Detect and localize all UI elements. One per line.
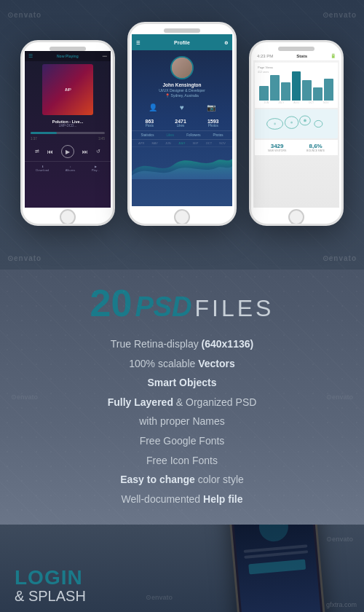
stat-month-5: NOV	[323, 101, 329, 104]
profile-icon-user[interactable]: 👤	[149, 103, 157, 111]
profile-location: 📍 Sydney, Australia	[132, 93, 232, 98]
stat-month-4: OCT	[309, 101, 314, 104]
bar-6	[313, 87, 323, 101]
feature-fonts: Free Google Fonts	[15, 431, 349, 451]
feature-smart: Smart Objects	[15, 373, 349, 393]
repeat-icon[interactable]: ↺	[96, 149, 100, 154]
phone-notch-right	[278, 47, 314, 51]
profile-settings-icon[interactable]: ⚙	[224, 40, 228, 45]
profile-icon-heart[interactable]: ♥	[180, 103, 184, 111]
shuffle-icon[interactable]: ⇌	[35, 149, 39, 154]
bar-2	[270, 75, 280, 101]
watermark-3: ⊙envato	[7, 11, 41, 19]
artist-name: LMP-DCD...	[26, 124, 109, 128]
profile-header-icons: ☰ Profile ⚙	[132, 34, 232, 50]
stats-bar-chart	[258, 75, 335, 101]
stats-numbers: 3429 NEW VISITORS 8,6% BOUNCE RATE	[255, 140, 338, 155]
watermark-4: ⊙envato	[323, 11, 357, 19]
track-info: Polution - Live... LMP-DCD...	[25, 118, 111, 129]
profile-avatar	[170, 56, 194, 79]
svg-point-6	[274, 123, 276, 125]
nav-download[interactable]: ⬇Download	[36, 165, 49, 172]
bottom-phone	[227, 525, 327, 612]
stat-posts: 863 Posts	[146, 119, 154, 128]
feature-icon-fonts: Free Icon Fonts	[15, 451, 349, 471]
tab-likes[interactable]: Likes	[167, 133, 175, 137]
stat-visitors: 3429 NEW VISITORS	[268, 143, 286, 152]
watermark-2: ⊙envato	[323, 254, 357, 262]
watermark-bottom-2: ⊙envato	[326, 536, 353, 543]
play-button[interactable]: ▶	[61, 145, 74, 158]
bar-4	[292, 71, 301, 101]
login-title: LOGIN	[15, 568, 86, 588]
stats-time: 4:23 PM	[257, 54, 273, 58]
headline-psd: PSD	[135, 291, 191, 323]
hamburger-icon[interactable]: ☰	[28, 53, 33, 59]
profile-tabs: Statistics Likes Followers Photos	[132, 130, 232, 140]
stats-screen: 4:23 PM Stats 🔋 Page Views 412 users	[253, 51, 339, 208]
month-apr: APR	[138, 141, 144, 145]
phones-section: ☰ Now Playing ••• IMP Polution - Live...…	[0, 0, 364, 270]
watermark-1: ⊙envato	[7, 254, 41, 262]
time-total: 3:45	[98, 137, 105, 141]
page-views-label: Page Views	[258, 66, 335, 69]
month-jun: JUN	[165, 141, 171, 145]
prev-icon[interactable]: ⏮	[47, 149, 53, 155]
stat-month-2: JULY	[278, 101, 284, 104]
profile-name: John Kensington	[132, 82, 232, 88]
features-section: ⊙envato ⊙envato 20 PSD FILES True Retina…	[0, 270, 364, 525]
stats-title: Stats	[296, 54, 307, 58]
profile-wave-chart	[132, 150, 232, 179]
tab-followers[interactable]: Followers	[186, 133, 200, 137]
svg-point-4	[304, 119, 306, 122]
month-oct: OCT	[206, 141, 212, 145]
feature-retina: True Retina-display (640x1136)	[15, 334, 349, 354]
phone-notch-left	[50, 47, 86, 51]
home-button-center[interactable]	[174, 209, 190, 225]
music-menu-icon[interactable]: •••	[103, 54, 107, 58]
next-icon[interactable]: ⏭	[82, 149, 88, 155]
watermark-bottom-1: ⊙envato	[146, 594, 173, 601]
album-art-text: IMP	[65, 87, 71, 92]
profile-stats: 863 Posts 2471 Likes 1593 Photos	[132, 114, 232, 130]
bar-5	[302, 80, 312, 101]
nav-play[interactable]: ▶Play...	[92, 165, 100, 172]
login-text-block: LOGIN & SPLASH	[15, 568, 86, 605]
feature-color: Easy to change color style	[15, 470, 349, 490]
splash-text: & SPLASH	[15, 588, 86, 605]
page-wrapper: ☰ Now Playing ••• IMP Polution - Live...…	[0, 0, 364, 612]
gfxtra-watermark: gfxtra.com	[326, 601, 357, 608]
bar-1	[259, 86, 269, 101]
stats-chart-area: Page Views 412 users JUN JULY	[255, 63, 338, 108]
home-button-left[interactable]	[60, 209, 76, 225]
tab-photos[interactable]: Photos	[213, 133, 223, 137]
profile-icon-photo[interactable]: 📷	[207, 103, 215, 111]
tab-statistics[interactable]: Statistics	[141, 133, 154, 137]
phone-notch-center	[164, 28, 200, 33]
headline-files: FILES	[195, 295, 274, 322]
month-nov: NOV	[219, 141, 226, 145]
bar-3	[281, 82, 290, 101]
profile-role: UI/UX Designer & Developer	[132, 88, 232, 93]
stat-month-3: AUG	[293, 101, 299, 104]
profile-screen: ☰ Profile ⚙ ‹ › John Kensington UI/UX De…	[132, 34, 232, 206]
bar-7	[324, 79, 333, 101]
music-title: Now Playing	[57, 54, 79, 58]
profile-menu-icon[interactable]: ☰	[136, 40, 140, 45]
stat-likes: 2471 Likes	[175, 119, 186, 128]
bottom-section: LOGIN & SPLASH ⊙envato ⊙envato gfxtra.co…	[0, 525, 364, 612]
psd-headline: 20 PSD FILES	[90, 284, 274, 323]
stats-months: JUN JULY AUG OCT NOV	[258, 101, 335, 105]
profile-title: Profile	[174, 40, 190, 45]
stats-header: 4:23 PM Stats 🔋	[253, 51, 339, 61]
home-button-right[interactable]	[288, 209, 304, 225]
feature-layered: Fully Layered & Organized PSDwith proper…	[15, 393, 349, 431]
nav-albums[interactable]: ♪Albums	[66, 165, 75, 172]
feature-help: Well-documented Help file	[15, 490, 349, 509]
features-list: True Retina-display (640x1136) 100% scal…	[15, 334, 349, 509]
music-progress-bar[interactable]	[31, 132, 105, 134]
feature-vectors: 100% scalable Vectors	[15, 354, 349, 374]
svg-point-5	[290, 122, 293, 124]
world-map	[255, 109, 338, 138]
music-screen: ☰ Now Playing ••• IMP Polution - Live...…	[25, 51, 111, 208]
